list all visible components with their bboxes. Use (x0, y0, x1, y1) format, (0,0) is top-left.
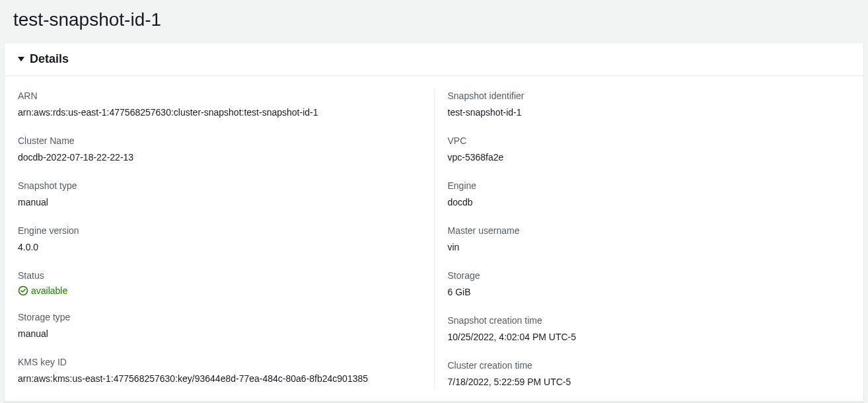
field-engine-version: Engine version 4.0.0 (18, 224, 421, 254)
page-title: test-snapshot-id-1 (13, 9, 855, 30)
field-label: Storage type (18, 311, 421, 324)
caret-down-icon (18, 57, 24, 61)
field-value: 6 GiB (448, 285, 851, 299)
field-storage-type: Storage type manual (18, 311, 421, 341)
field-cluster-name: Cluster Name docdb-2022-07-18-22-22-13 (18, 134, 421, 165)
field-value: manual (18, 196, 421, 209)
details-right-column: Snapshot identifier test-snapshot-id-1 V… (435, 89, 864, 389)
details-panel-title: Details (30, 52, 69, 66)
field-snapshot-identifier: Snapshot identifier test-snapshot-id-1 (448, 89, 851, 120)
field-value: manual (18, 327, 421, 341)
field-snapshot-type: Snapshot type manual (18, 179, 421, 209)
field-value: 10/25/2022, 4:02:04 PM UTC-5 (448, 330, 851, 344)
details-panel-body: ARN arn:aws:rds:us-east-1:477568257630:c… (5, 75, 863, 401)
field-value: vpc-5368fa2e (448, 151, 851, 165)
details-left-column: ARN arn:aws:rds:us-east-1:477568257630:c… (5, 89, 435, 389)
field-engine: Engine docdb (448, 179, 851, 209)
field-label: ARN (18, 89, 421, 103)
page-header: test-snapshot-id-1 (0, 0, 868, 42)
details-panel-header[interactable]: Details (5, 43, 863, 75)
field-label: Cluster creation time (448, 359, 851, 373)
field-storage: Storage 6 GiB (448, 269, 851, 299)
details-panel: Details ARN arn:aws:rds:us-east-1:477568… (4, 42, 864, 402)
field-status: Status available (18, 269, 421, 296)
field-label: Status (18, 269, 421, 283)
field-label: Snapshot creation time (448, 314, 851, 328)
field-value: docdb-2022-07-18-22-22-13 (18, 151, 421, 165)
field-label: Master username (448, 224, 851, 238)
status-text: available (31, 285, 67, 296)
field-kms-key-id: KMS key ID arn:aws:kms:us-east-1:4775682… (18, 355, 421, 386)
field-value: test-snapshot-id-1 (448, 106, 851, 120)
field-label: Engine (448, 179, 851, 193)
field-value: 4.0.0 (18, 240, 421, 254)
field-label: Snapshot type (18, 179, 421, 193)
field-label: Cluster Name (18, 134, 421, 148)
field-label: Snapshot identifier (448, 89, 851, 103)
field-master-username: Master username vin (448, 224, 851, 254)
field-value: vin (448, 240, 851, 254)
check-circle-icon (18, 285, 28, 296)
field-value: docdb (448, 196, 851, 209)
field-label: Engine version (18, 224, 421, 238)
field-label: VPC (448, 134, 851, 148)
field-arn: ARN arn:aws:rds:us-east-1:477568257630:c… (18, 89, 421, 120)
field-value: arn:aws:rds:us-east-1:477568257630:clust… (18, 106, 421, 120)
field-vpc: VPC vpc-5368fa2e (448, 134, 851, 165)
field-label: Storage (448, 269, 851, 283)
field-cluster-creation-time: Cluster creation time 7/18/2022, 5:22:59… (448, 359, 851, 389)
field-snapshot-creation-time: Snapshot creation time 10/25/2022, 4:02:… (448, 314, 851, 344)
field-value: 7/18/2022, 5:22:59 PM UTC-5 (448, 375, 851, 389)
field-label: KMS key ID (18, 355, 421, 369)
status-value: available (18, 285, 421, 296)
field-value: arn:aws:kms:us-east-1:477568257630:key/9… (18, 372, 421, 386)
